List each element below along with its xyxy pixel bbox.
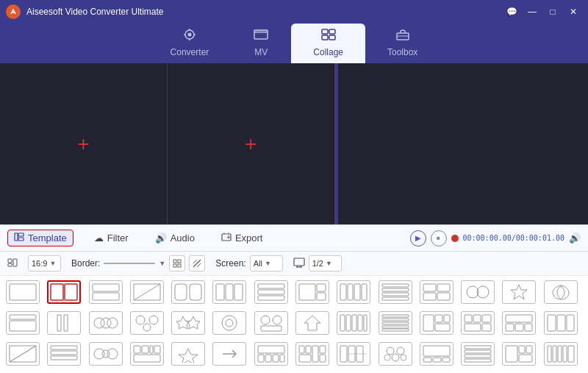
template-item[interactable] <box>544 311 578 335</box>
page-select[interactable]: 1/2 ▼ <box>309 255 342 271</box>
template-item[interactable] <box>379 342 412 366</box>
template-item[interactable] <box>47 280 81 304</box>
minimize-button[interactable]: — <box>523 4 541 19</box>
svg-rect-117 <box>134 355 160 362</box>
template-item[interactable] <box>544 280 578 304</box>
svg-rect-109 <box>51 356 77 360</box>
page-group: 1/2 ▼ <box>293 255 342 271</box>
template-item[interactable] <box>254 342 288 366</box>
template-item[interactable] <box>47 311 81 335</box>
template-item[interactable] <box>502 311 536 335</box>
play-button[interactable]: ▶ <box>410 230 426 246</box>
template-item[interactable] <box>295 311 329 335</box>
tab-filter[interactable]: ☁ Filter <box>88 230 135 246</box>
tab-converter[interactable]: Converter <box>148 24 232 63</box>
template-item[interactable] <box>130 311 164 335</box>
border-slider[interactable] <box>104 263 155 264</box>
template-item[interactable] <box>379 280 412 304</box>
diagonal-icon-button[interactable] <box>189 255 205 271</box>
svg-point-3 <box>187 33 191 37</box>
svg-rect-108 <box>51 351 77 355</box>
aspect-ratio-select[interactable]: 16:9 ▼ <box>28 255 61 271</box>
svg-rect-49 <box>340 284 346 300</box>
template-item[interactable] <box>502 342 536 366</box>
svg-point-70 <box>107 318 118 328</box>
preview-panel-2[interactable]: + <box>168 63 335 224</box>
template-item[interactable] <box>420 342 453 366</box>
template-item[interactable] <box>420 311 453 335</box>
template-item[interactable] <box>295 280 329 304</box>
add-icon-2: + <box>245 132 257 156</box>
svg-rect-140 <box>433 358 441 362</box>
grid-icon-button[interactable] <box>169 255 185 271</box>
svg-rect-10 <box>329 35 335 40</box>
svg-point-76 <box>261 316 270 324</box>
svg-rect-83 <box>364 315 367 331</box>
svg-rect-147 <box>519 346 525 353</box>
svg-rect-150 <box>548 346 551 362</box>
template-item[interactable] <box>254 311 288 335</box>
svg-rect-90 <box>435 315 442 322</box>
close-button[interactable]: ✕ <box>564 4 582 19</box>
template-item[interactable] <box>89 342 123 366</box>
svg-rect-101 <box>525 324 532 331</box>
template-item[interactable] <box>420 280 453 304</box>
template-item[interactable] <box>130 280 164 304</box>
template-item[interactable] <box>337 342 370 366</box>
svg-rect-46 <box>299 284 315 300</box>
screen-select[interactable]: All ▼ <box>250 255 283 271</box>
svg-rect-119 <box>258 355 264 362</box>
tab-collage[interactable]: Collage <box>291 24 365 63</box>
tab-toolbox[interactable]: Toolbox <box>365 24 440 63</box>
tab-template[interactable]: Template <box>7 230 74 246</box>
template-item[interactable] <box>254 280 288 304</box>
tab-mv[interactable]: MV <box>231 24 291 63</box>
template-item[interactable] <box>461 280 495 304</box>
svg-rect-31 <box>10 284 36 300</box>
template-item[interactable] <box>171 311 205 335</box>
template-item[interactable] <box>6 311 40 335</box>
template-item[interactable] <box>379 311 412 335</box>
svg-rect-32 <box>51 284 63 300</box>
template-item[interactable] <box>47 342 81 366</box>
preview-panel-1[interactable]: + <box>0 63 168 224</box>
svg-rect-121 <box>273 355 279 362</box>
template-item[interactable] <box>337 311 370 335</box>
template-item[interactable] <box>130 342 164 366</box>
template-item[interactable] <box>212 280 246 304</box>
svg-point-0 <box>8 7 18 17</box>
svg-point-110 <box>94 349 104 359</box>
stop-button[interactable]: ■ <box>431 230 447 246</box>
volume-icon[interactable]: 🔊 <box>569 232 581 244</box>
svg-marker-66 <box>57 315 61 331</box>
template-item[interactable] <box>461 311 495 335</box>
maximize-button[interactable]: □ <box>544 4 562 19</box>
svg-point-136 <box>384 355 390 360</box>
svg-rect-92 <box>435 324 450 331</box>
template-item[interactable] <box>461 342 495 366</box>
svg-point-112 <box>102 350 110 358</box>
toolbox-icon <box>395 28 411 45</box>
svg-rect-125 <box>312 346 318 362</box>
template-item[interactable] <box>89 311 123 335</box>
template-item[interactable] <box>89 280 123 304</box>
template-item[interactable] <box>295 342 329 366</box>
chat-button[interactable]: 💬 <box>503 4 520 19</box>
svg-point-69 <box>101 318 111 328</box>
svg-rect-84 <box>382 315 409 317</box>
template-item[interactable] <box>6 342 40 366</box>
template-item[interactable] <box>171 342 205 366</box>
tab-export[interactable]: Export <box>215 230 269 246</box>
template-item[interactable] <box>212 342 246 366</box>
template-item[interactable] <box>544 342 578 366</box>
template-item[interactable] <box>502 280 536 304</box>
template-item[interactable] <box>337 280 370 304</box>
svg-rect-38 <box>175 284 187 300</box>
svg-rect-152 <box>558 346 562 362</box>
template-item[interactable] <box>212 311 246 335</box>
template-item[interactable] <box>171 280 205 304</box>
tab-audio[interactable]: 🔊 Audio <box>149 230 201 246</box>
svg-rect-126 <box>320 346 326 353</box>
svg-rect-43 <box>258 284 284 288</box>
template-item[interactable] <box>6 280 40 304</box>
